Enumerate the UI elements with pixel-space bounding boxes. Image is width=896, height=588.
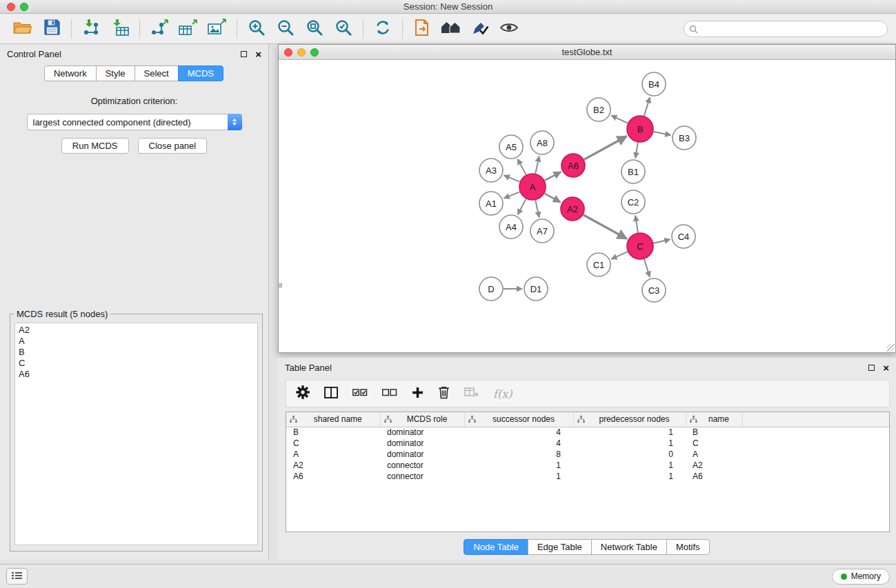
cell[interactable]: A6 bbox=[286, 471, 380, 482]
node-B2[interactable]: B2 bbox=[587, 98, 610, 121]
splitter-grip[interactable] bbox=[278, 283, 282, 287]
close-panel-button[interactable]: Close panel bbox=[138, 138, 208, 154]
cell[interactable]: B bbox=[686, 427, 742, 438]
import-table-button[interactable] bbox=[106, 17, 135, 41]
task-history-button[interactable] bbox=[6, 568, 28, 585]
node-D1[interactable]: D1 bbox=[524, 277, 548, 301]
cell[interactable]: C bbox=[286, 438, 380, 449]
node-A1[interactable]: A1 bbox=[479, 192, 503, 215]
run-mcds-button[interactable]: Run MCDS bbox=[61, 138, 129, 154]
cell[interactable]: A6 bbox=[686, 471, 742, 482]
zoom-network-icon[interactable] bbox=[310, 48, 319, 57]
node-C1[interactable]: C1 bbox=[587, 253, 610, 276]
open-session-button[interactable] bbox=[8, 17, 37, 41]
cell[interactable]: 0 bbox=[573, 449, 686, 460]
edge-A-A6[interactable] bbox=[545, 172, 561, 180]
export-network-button[interactable] bbox=[145, 17, 174, 41]
cell[interactable]: B bbox=[286, 427, 380, 438]
minimize-network-icon[interactable] bbox=[297, 48, 306, 57]
cell[interactable]: 1 bbox=[464, 460, 573, 471]
edge-C-C3[interactable] bbox=[644, 259, 650, 277]
delete-table-button[interactable] bbox=[464, 387, 479, 400]
import-network-button[interactable] bbox=[77, 17, 106, 41]
list-item[interactable]: C bbox=[15, 358, 257, 369]
node-A4[interactable]: A4 bbox=[499, 215, 523, 239]
zoom-selected-button[interactable] bbox=[329, 17, 358, 41]
table-row[interactable]: Adominator80A bbox=[286, 449, 889, 460]
tab-mcds[interactable]: MCDS bbox=[178, 65, 223, 81]
table-row[interactable]: Cdominator41C bbox=[286, 438, 889, 449]
node-B4[interactable]: B4 bbox=[642, 72, 666, 96]
edge-B-B2[interactable] bbox=[611, 115, 628, 123]
list-item[interactable]: A6 bbox=[15, 369, 257, 380]
tab-style[interactable]: Style bbox=[96, 65, 135, 81]
list-item[interactable]: A2 bbox=[15, 325, 257, 336]
edge-A-A3[interactable] bbox=[504, 175, 520, 181]
column-header-name[interactable]: name bbox=[686, 412, 742, 427]
node-C4[interactable]: C4 bbox=[672, 225, 695, 248]
edge-B-B4[interactable] bbox=[644, 97, 650, 116]
node-A3[interactable]: A3 bbox=[479, 159, 503, 182]
edge-A6-B[interactable] bbox=[584, 136, 627, 160]
zoom-out-button[interactable] bbox=[271, 17, 300, 41]
node-A2[interactable]: A2 bbox=[561, 197, 584, 221]
network-canvas-container[interactable]: B4B2BB3A5A8A6B1A3AC2A1A2A4A7C4CC1C3DD1 bbox=[279, 61, 895, 352]
cell[interactable]: 1 bbox=[573, 471, 686, 482]
column-header-shared-name[interactable]: shared name bbox=[286, 412, 380, 427]
node-C3[interactable]: C3 bbox=[642, 278, 666, 302]
node-A[interactable]: A bbox=[519, 174, 546, 200]
cell[interactable]: 1 bbox=[573, 427, 686, 438]
cell[interactable]: dominator bbox=[380, 427, 464, 438]
close-window-icon[interactable] bbox=[7, 3, 15, 11]
cell[interactable]: 1 bbox=[573, 460, 686, 471]
dropdown-stepper-icon[interactable] bbox=[228, 114, 242, 130]
show-columns-button[interactable] bbox=[324, 387, 338, 401]
zoom-fit-button[interactable] bbox=[300, 17, 329, 41]
cell[interactable]: 4 bbox=[464, 438, 573, 449]
export-table-button[interactable] bbox=[174, 17, 203, 41]
tab-motifs[interactable]: Motifs bbox=[666, 539, 710, 555]
edge-B-B1[interactable] bbox=[635, 143, 638, 159]
open-browser-button[interactable] bbox=[408, 17, 437, 41]
home-button[interactable] bbox=[437, 17, 466, 41]
edge-A2-C[interactable] bbox=[584, 215, 627, 239]
edge-C-C1[interactable] bbox=[611, 252, 628, 259]
zoom-window-icon[interactable] bbox=[20, 3, 28, 11]
cell[interactable]: dominator bbox=[380, 438, 464, 449]
node-B[interactable]: B bbox=[627, 116, 653, 142]
tab-edge-table[interactable]: Edge Table bbox=[528, 539, 592, 555]
node-B3[interactable]: B3 bbox=[673, 126, 696, 150]
table-row[interactable]: A2connector11A2 bbox=[286, 460, 889, 471]
edge-B-B3[interactable] bbox=[654, 132, 671, 135]
table-row[interactable]: A6connector11A6 bbox=[286, 471, 889, 482]
edge-A-A8[interactable] bbox=[535, 156, 539, 174]
close-panel-icon[interactable]: × bbox=[255, 49, 261, 59]
network-canvas[interactable]: B4B2BB3A5A8A6B1A3AC2A1A2A4A7C4CC1C3DD1 bbox=[279, 61, 895, 352]
table-row[interactable]: Bdominator41B bbox=[286, 427, 889, 438]
export-image-button[interactable] bbox=[203, 17, 232, 41]
deselect-all-button[interactable] bbox=[382, 387, 397, 400]
cell[interactable]: connector bbox=[380, 460, 464, 471]
node-A8[interactable]: A8 bbox=[530, 131, 554, 154]
edge-C-C4[interactable] bbox=[654, 239, 670, 243]
tab-network-table[interactable]: Network Table bbox=[591, 539, 667, 555]
edge-A-A2[interactable] bbox=[545, 194, 561, 203]
tab-node-table[interactable]: Node Table bbox=[464, 539, 528, 555]
show-hide-button[interactable] bbox=[495, 17, 524, 41]
node-D[interactable]: D bbox=[479, 277, 503, 301]
edge-A-A1[interactable] bbox=[504, 192, 520, 198]
network-view-window[interactable]: testGlobe.txt B4B2BB3A5A8A6B1A3AC2A1A2A4… bbox=[278, 44, 896, 353]
float-panel-icon[interactable] bbox=[241, 51, 247, 57]
node-A5[interactable]: A5 bbox=[499, 135, 523, 159]
float-table-panel-icon[interactable] bbox=[868, 365, 875, 371]
network-window-titlebar[interactable]: testGlobe.txt bbox=[279, 45, 895, 60]
close-network-icon[interactable] bbox=[284, 48, 292, 57]
cell[interactable]: 1 bbox=[464, 471, 573, 482]
cell[interactable]: 4 bbox=[464, 427, 573, 438]
save-session-button[interactable] bbox=[37, 17, 66, 41]
column-header-successor-nodes[interactable]: successor nodes bbox=[464, 412, 573, 427]
column-header-predecessor-nodes[interactable]: predecessor nodes bbox=[573, 412, 686, 427]
cell[interactable]: connector bbox=[380, 471, 464, 482]
cell[interactable]: A bbox=[286, 449, 380, 460]
column-header-mcds-role[interactable]: MCDS role bbox=[380, 412, 464, 427]
